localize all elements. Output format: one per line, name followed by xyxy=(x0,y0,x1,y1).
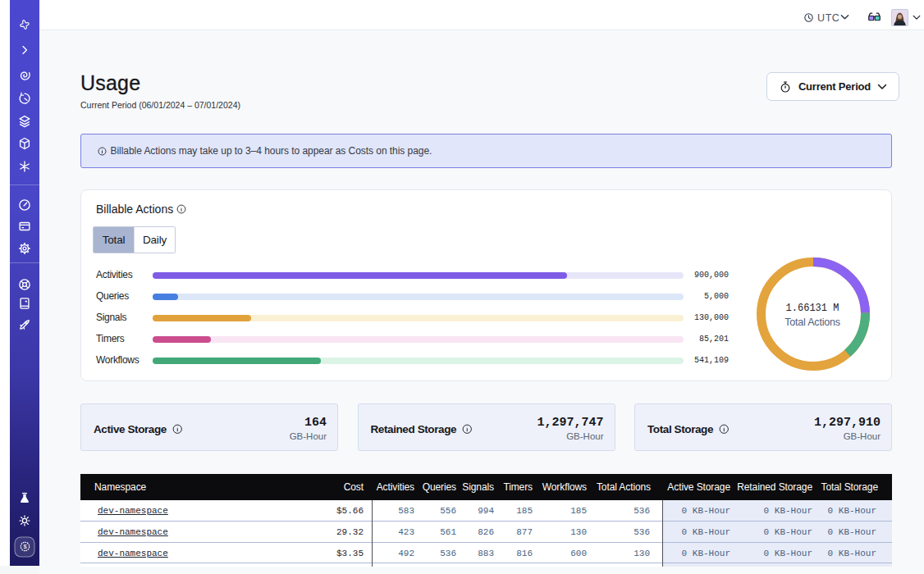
svg-text:$: $ xyxy=(23,543,27,550)
